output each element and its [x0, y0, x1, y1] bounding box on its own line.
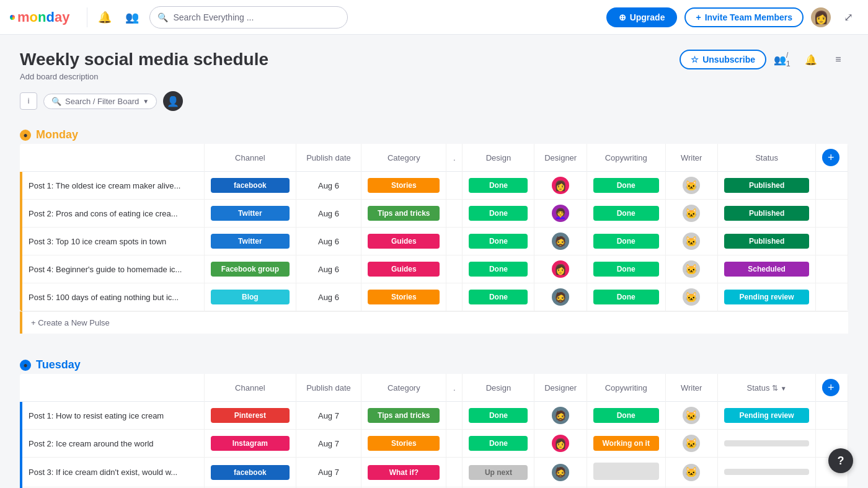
- row-category[interactable]: Stories: [361, 283, 446, 311]
- row-writer[interactable]: 🐱: [665, 430, 717, 458]
- monday-create-pulse[interactable]: + Create a New Pulse: [20, 311, 848, 334]
- add-column-button-tue[interactable]: +: [822, 379, 839, 396]
- row-copywriting[interactable]: Done: [587, 172, 665, 200]
- expand-icon[interactable]: ⤢: [838, 7, 858, 27]
- info-button[interactable]: i: [20, 92, 37, 110]
- help-button[interactable]: ?: [828, 448, 853, 473]
- table-row[interactable]: Post 4: Beginner's guide to homemade ic.…: [21, 255, 848, 283]
- row-category[interactable]: Tips and tricks: [361, 200, 446, 228]
- row-designer[interactable]: 👩‍🦱: [534, 200, 587, 228]
- row-copywriting[interactable]: Done: [587, 283, 665, 311]
- row-channel[interactable]: Blog: [204, 283, 296, 311]
- row-category[interactable]: Tips and tricks: [361, 402, 446, 430]
- search-input[interactable]: [173, 12, 340, 22]
- row-designer[interactable]: 👩: [534, 255, 587, 283]
- row-writer[interactable]: 🐱: [665, 200, 717, 228]
- row-title[interactable]: Post 3: Top 10 ice cream spots in town: [21, 228, 204, 255]
- row-design[interactable]: Done: [463, 283, 534, 311]
- row-copywriting[interactable]: Done: [587, 402, 665, 430]
- row-design[interactable]: Done: [463, 430, 534, 458]
- invite-button[interactable]: + Invite Team Members: [684, 7, 804, 27]
- row-design[interactable]: Up next: [463, 458, 534, 487]
- row-status[interactable]: [717, 430, 815, 458]
- row-status[interactable]: Published: [717, 172, 815, 200]
- row-designer[interactable]: 🧔: [534, 458, 587, 487]
- row-writer[interactable]: 🐱: [665, 172, 717, 200]
- row-category[interactable]: Stories: [361, 172, 446, 200]
- row-channel[interactable]: Twitter: [204, 200, 296, 228]
- global-search-bar[interactable]: 🔍: [149, 6, 348, 29]
- logo[interactable]: monday: [10, 9, 69, 25]
- page-description[interactable]: Add board description: [20, 72, 268, 81]
- row-writer[interactable]: 🐱: [665, 255, 717, 283]
- row-designer[interactable]: 👩: [534, 172, 587, 200]
- row-channel[interactable]: facebook: [204, 458, 296, 487]
- upgrade-button[interactable]: ⊕ Upgrade: [606, 7, 678, 27]
- row-category[interactable]: What if?: [361, 458, 446, 487]
- row-design[interactable]: Done: [463, 200, 534, 228]
- row-design[interactable]: Done: [463, 402, 534, 430]
- filter-bar[interactable]: 🔍 Search / Filter Board ▼: [43, 94, 157, 109]
- row-status[interactable]: Scheduled: [717, 255, 815, 283]
- row-channel[interactable]: Twitter: [204, 228, 296, 255]
- row-copywriting[interactable]: Done: [587, 255, 665, 283]
- row-designer[interactable]: 👩: [534, 430, 587, 458]
- table-row[interactable]: Post 2: Ice cream around the world Insta…: [21, 430, 848, 458]
- row-status[interactable]: Published: [717, 228, 815, 255]
- table-row[interactable]: Post 3: If ice cream didn't exist, would…: [21, 458, 848, 487]
- person-filter-button[interactable]: 👤: [163, 91, 183, 111]
- row-designer[interactable]: 🧔: [534, 283, 587, 311]
- row-status[interactable]: Published: [717, 200, 815, 228]
- row-copywriting[interactable]: Done: [587, 200, 665, 228]
- row-design[interactable]: Done: [463, 255, 534, 283]
- row-copywriting[interactable]: [587, 458, 665, 487]
- row-writer[interactable]: 🐱: [665, 402, 717, 430]
- row-copywriting[interactable]: Working on it: [587, 430, 665, 458]
- row-category[interactable]: Guides: [361, 255, 446, 283]
- row-title[interactable]: Post 2: Pros and cons of eating ice crea…: [21, 200, 204, 228]
- col-header-add[interactable]: +: [816, 144, 848, 172]
- people-icon[interactable]: 👥: [122, 7, 142, 27]
- row-date: Aug 6: [296, 200, 361, 228]
- row-channel[interactable]: Pinterest: [204, 402, 296, 430]
- row-category[interactable]: Guides: [361, 228, 446, 255]
- add-column-button[interactable]: +: [822, 149, 839, 166]
- row-title[interactable]: Post 1: How to resist eating ice cream: [21, 402, 204, 430]
- row-dot: [446, 402, 463, 430]
- row-design[interactable]: Done: [463, 228, 534, 255]
- table-row[interactable]: Post 2: Pros and cons of eating ice crea…: [21, 200, 848, 228]
- row-status[interactable]: Pending review: [717, 402, 815, 430]
- row-category[interactable]: Stories: [361, 430, 446, 458]
- row-designer[interactable]: 🧔: [534, 228, 587, 255]
- notifications-icon[interactable]: 🔔: [95, 7, 115, 27]
- row-status[interactable]: Pending review: [717, 283, 815, 311]
- col-header-add-tue[interactable]: +: [816, 374, 848, 402]
- row-channel[interactable]: Facebook group: [204, 255, 296, 283]
- menu-icon[interactable]: ≡: [828, 50, 848, 69]
- table-row[interactable]: Post 5: 100 days of eating nothing but i…: [21, 283, 848, 311]
- unsubscribe-button[interactable]: ☆ Unsubscribe: [680, 50, 766, 69]
- table-row[interactable]: Post 1: How to resist eating ice cream P…: [21, 402, 848, 430]
- row-title[interactable]: Post 5: 100 days of eating nothing but i…: [21, 283, 204, 311]
- row-title[interactable]: Post 2: Ice cream around the world: [21, 430, 204, 458]
- row-design[interactable]: Done: [463, 172, 534, 200]
- row-writer[interactable]: 🐱: [665, 228, 717, 255]
- plus-icon: ⊕: [619, 12, 626, 22]
- row-status[interactable]: [717, 458, 815, 487]
- row-title[interactable]: Post 1: The oldest ice cream maker alive…: [21, 172, 204, 200]
- table-row[interactable]: Post 3: Top 10 ice cream spots in town T…: [21, 228, 848, 255]
- row-designer[interactable]: 🧔: [534, 402, 587, 430]
- activity-icon[interactable]: 🔔: [801, 50, 821, 69]
- page-header-row: Weekly social media schedule Add board d…: [20, 50, 848, 81]
- row-copywriting[interactable]: Done: [587, 228, 665, 255]
- row-writer[interactable]: 🐱: [665, 458, 717, 487]
- row-writer[interactable]: 🐱: [665, 283, 717, 311]
- members-icon[interactable]: 👥/ 1: [774, 50, 794, 69]
- table-row[interactable]: Post 1: The oldest ice cream maker alive…: [21, 172, 848, 200]
- row-title[interactable]: Post 4: Beginner's guide to homemade ic.…: [21, 255, 204, 283]
- user-avatar[interactable]: 👩: [811, 7, 831, 27]
- row-channel[interactable]: Instagram: [204, 430, 296, 458]
- row-title[interactable]: Post 3: If ice cream didn't exist, would…: [21, 458, 204, 487]
- row-channel[interactable]: facebook: [204, 172, 296, 200]
- monday-table-header: Channel Publish date Category . Design D…: [21, 144, 848, 172]
